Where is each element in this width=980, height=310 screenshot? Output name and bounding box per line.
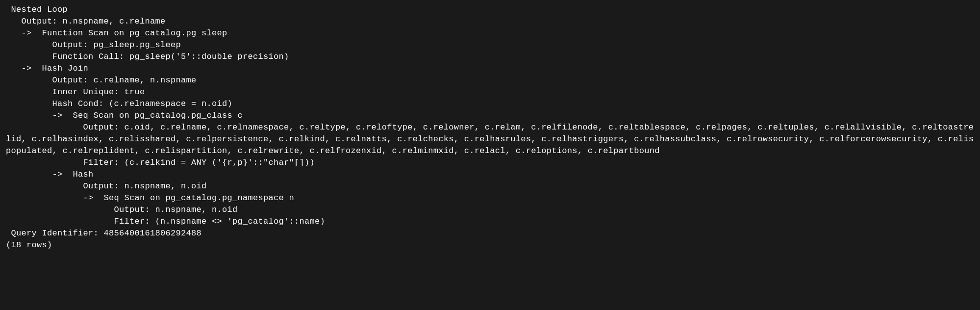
query-plan-output: Nested Loop Output: n.nspname, c.relname… — [0, 0, 980, 256]
